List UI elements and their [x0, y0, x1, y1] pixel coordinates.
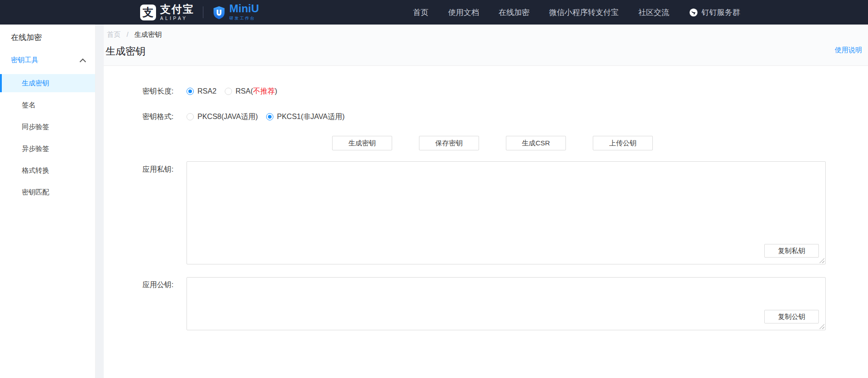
page-title: 生成密钥 [106, 45, 146, 58]
upload-public-key-button[interactable]: 上传公钥 [593, 136, 653, 150]
top-navbar: 支 支付宝 ALIPAY MiniU 研发工作台 首页 [0, 0, 868, 25]
nav-item-wechat-to-alipay[interactable]: 微信小程序转支付宝 [549, 7, 619, 18]
breadcrumb-separator: / [126, 30, 128, 38]
sidebar-group-key-tools[interactable]: 密钥工具 [11, 56, 85, 65]
breadcrumb: 首页 / 生成密钥 [107, 30, 162, 39]
radio-pkcs1-label[interactable]: PKCS1(非JAVA适用) [277, 112, 345, 122]
sidebar-group-label: 密钥工具 [11, 56, 38, 65]
sidebar: 在线加密 密钥工具 生成密钥 签名 同步验签 异步验签 格式转换 密钥匹配 [0, 25, 96, 378]
copy-public-key-button[interactable]: 复制公钥 [764, 310, 819, 323]
breadcrumb-current: 生成密钥 [135, 30, 162, 38]
radio-pkcs8[interactable] [187, 113, 194, 120]
usage-help-link[interactable]: 使用说明 [835, 46, 862, 55]
nav-menu: 首页 使用文档 在线加密 微信小程序转支付宝 社区交流 钉钉服务群 [413, 0, 740, 25]
alipay-subtitle: ALIPAY [160, 16, 194, 21]
sidebar-title: 在线加密 [11, 32, 95, 43]
nav-item-docs[interactable]: 使用文档 [448, 7, 479, 18]
copy-private-key-button[interactable]: 复制私钥 [764, 244, 819, 258]
public-key-textarea[interactable] [187, 278, 825, 330]
radio-rsa[interactable] [225, 88, 232, 95]
miniu-shield-icon [212, 5, 226, 20]
private-key-textarea[interactable] [187, 162, 825, 264]
sidebar-item-generate-key[interactable]: 生成密钥 [0, 74, 95, 92]
miniu-subtitle: 研发工作台 [229, 15, 259, 21]
key-format-label: 密钥格式: [142, 112, 187, 122]
radio-rsa2[interactable] [187, 88, 194, 95]
key-format-row: 密钥格式: PKCS8(JAVA适用) PKCS1(非JAVA适用) [142, 109, 345, 124]
rsa-warning-text: 不推荐 [253, 87, 275, 95]
generate-key-button[interactable]: 生成密钥 [332, 136, 392, 150]
alipay-logo-icon: 支 [140, 5, 156, 20]
radio-rsa2-label[interactable]: RSA2 [197, 87, 217, 95]
nav-item-community[interactable]: 社区交流 [638, 7, 669, 18]
generate-csr-button[interactable]: 生成CSR [506, 136, 566, 150]
save-key-button[interactable]: 保存密钥 [419, 136, 479, 150]
sidebar-item-format-convert[interactable]: 格式转换 [0, 161, 95, 179]
sidebar-item-async-verify[interactable]: 异步验签 [0, 139, 95, 158]
public-key-label: 应用公钥: [142, 280, 173, 290]
page-header: 首页 / 生成密钥 生成密钥 使用说明 [104, 25, 868, 66]
radio-pkcs8-label[interactable]: PKCS8(JAVA适用) [197, 112, 258, 122]
sidebar-menu: 生成密钥 签名 同步验签 异步验签 格式转换 密钥匹配 [0, 74, 95, 201]
alipay-name: 支付宝 [160, 4, 194, 15]
sidebar-item-sign[interactable]: 签名 [0, 96, 95, 114]
key-length-row: 密钥长度: RSA2 RSA(不推荐) [142, 84, 277, 99]
radio-pkcs1[interactable] [266, 113, 273, 120]
dingtalk-icon [689, 8, 698, 17]
chevron-up-icon [80, 58, 86, 65]
public-key-field: 复制公钥 [187, 277, 826, 330]
breadcrumb-home[interactable]: 首页 [107, 30, 121, 38]
sidebar-item-sync-verify[interactable]: 同步验签 [0, 118, 95, 136]
alipay-logo-text: 支付宝 ALIPAY [160, 4, 194, 21]
key-length-label: 密钥长度: [142, 87, 187, 96]
private-key-field: 复制私钥 [187, 161, 826, 264]
main-content: 首页 / 生成密钥 生成密钥 使用说明 密钥长度: RSA2 RSA(不推荐) … [104, 25, 868, 378]
page: 支 支付宝 ALIPAY MiniU 研发工作台 首页 [0, 0, 868, 378]
private-key-label: 应用私钥: [142, 165, 173, 174]
miniu-name: MiniU [229, 3, 259, 14]
nav-item-dingtalk-label: 钉钉服务群 [701, 7, 740, 18]
miniu-logo-text: MiniU 研发工作台 [229, 3, 259, 21]
logo-divider [203, 6, 203, 18]
nav-item-home[interactable]: 首页 [413, 7, 429, 18]
radio-rsa-label[interactable]: RSA(不推荐) [236, 87, 278, 96]
nav-item-dingtalk-group[interactable]: 钉钉服务群 [689, 7, 740, 18]
form-panel: 密钥长度: RSA2 RSA(不推荐) 密钥格式: PKCS8(JAVA适用) … [104, 66, 868, 378]
sidebar-item-key-match[interactable]: 密钥匹配 [0, 183, 95, 201]
action-button-row: 生成密钥 保存密钥 生成CSR 上传公钥 [332, 136, 653, 150]
nav-item-online-encrypt[interactable]: 在线加密 [499, 7, 530, 18]
logo-area[interactable]: 支 支付宝 ALIPAY MiniU 研发工作台 [140, 0, 259, 25]
